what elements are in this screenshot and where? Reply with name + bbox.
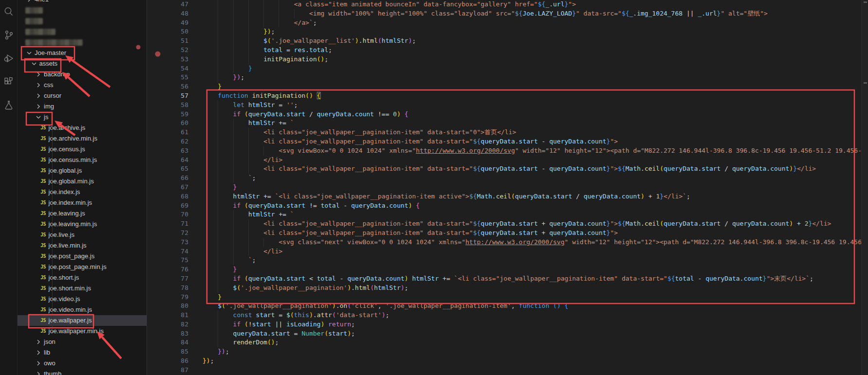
testing-icon[interactable] (0, 93, 18, 117)
code-line-52[interactable]: 52total = res.total; (147, 46, 868, 55)
line-number[interactable]: 70 (147, 210, 188, 219)
code-line-84[interactable]: 84renderDom(); (147, 338, 868, 347)
code-line-85[interactable]: 85}); (147, 347, 868, 357)
line-number[interactable]: 79 (147, 293, 188, 302)
line-number[interactable]: 65 (147, 164, 188, 174)
line-number[interactable]: 52 (147, 46, 188, 55)
tree-item-4ne1[interactable]: 4ne1 (18, 0, 147, 5)
tree-item-joe.index.min.js[interactable]: JSjoe.index.min.js (18, 197, 147, 208)
line-number[interactable]: 58 (147, 101, 188, 110)
code-line-74[interactable]: 74</li> (147, 247, 868, 256)
code-line-76[interactable]: 76} (147, 265, 868, 274)
tree-item-css[interactable]: css (18, 80, 147, 90)
tree-item-joe.short.js[interactable]: JSjoe.short.js (18, 272, 147, 283)
line-number[interactable]: 78 (147, 284, 188, 293)
code-line-68[interactable]: 68htmlStr += `<li class="joe_wallpaper__… (147, 192, 868, 201)
code-line-49[interactable]: 49</a>`; (147, 18, 868, 28)
code-line-56[interactable]: 56} (147, 82, 868, 91)
line-number[interactable]: 67 (147, 183, 188, 192)
line-number[interactable]: 51 (147, 36, 188, 46)
line-number[interactable]: 73 (147, 238, 188, 247)
code-line-50[interactable]: 50}); (147, 27, 868, 36)
tree-item-joe.leaving.min.js[interactable]: JSjoe.leaving.min.js (18, 219, 147, 230)
line-number[interactable]: 84 (147, 338, 188, 347)
line-number[interactable]: 63 (147, 146, 188, 156)
line-number[interactable]: 48 (147, 9, 188, 18)
code-line-73[interactable]: 73<svg class="next" viewBox="0 0 1024 10… (147, 238, 868, 247)
tree-item-joe.wallpaper.js[interactable]: JSjoe.wallpaper.js (18, 315, 147, 326)
run-debug-icon[interactable] (0, 47, 18, 70)
line-number[interactable]: 59 (147, 110, 188, 119)
tree-item-json[interactable]: json (18, 337, 147, 347)
code-line-64[interactable]: 64</li> (147, 156, 868, 165)
line-number[interactable]: 54 (147, 64, 188, 73)
tree-item-redacted[interactable] (18, 26, 147, 37)
tree-item-joe.post_page.min.js[interactable]: JSjoe.post_page.min.js (18, 262, 147, 272)
tree-item-joe.short.min.js[interactable]: JSjoe.short.min.js (18, 283, 147, 294)
line-number[interactable]: 50 (147, 27, 188, 36)
tree-item-joe.global.min.js[interactable]: JSjoe.global.min.js (18, 176, 147, 187)
line-number[interactable]: 64 (147, 156, 188, 165)
code-line-80[interactable]: 80$('.joe_wallpaper__pagination').on('cl… (147, 302, 868, 311)
line-number[interactable]: 87 (147, 366, 188, 375)
tree-item-assets[interactable]: assets (18, 58, 147, 69)
code-line-72[interactable]: 72<li class="joe_wallpaper__pagination-i… (147, 229, 868, 238)
code-line-75[interactable]: 75`; (147, 256, 868, 265)
code-line-65[interactable]: 65<li class="joe_wallpaper__pagination-i… (147, 164, 868, 174)
source-control-icon[interactable] (0, 23, 18, 47)
line-number[interactable]: 68 (147, 192, 188, 201)
tree-item-img[interactable]: img (18, 101, 147, 112)
line-number[interactable]: 82 (147, 320, 188, 329)
tree-item-js[interactable]: js (18, 112, 147, 123)
tree-item-cursor[interactable]: cursor (18, 90, 147, 101)
line-number[interactable]: 60 (147, 119, 188, 128)
code-line-48[interactable]: 48<img width="100%" height="100%" class=… (147, 9, 868, 18)
tree-item-redacted[interactable] (18, 16, 147, 26)
line-number[interactable]: 81 (147, 311, 188, 320)
tree-item-joe.census.min.js[interactable]: JSjoe.census.min.js (18, 155, 147, 165)
tree-item-thumb[interactable]: thumb (18, 369, 147, 375)
tree-item-joe.index.js[interactable]: JSjoe.index.js (18, 187, 147, 197)
tree-item-joe.wallpaper.min.js[interactable]: JSjoe.wallpaper.min.js (18, 326, 147, 337)
tree-item-joe.video.min.js[interactable]: JSjoe.video.min.js (18, 304, 147, 315)
code-line-54[interactable]: 54} (147, 64, 868, 73)
line-number[interactable]: 56 (147, 82, 188, 91)
code-line-79[interactable]: 79} (147, 293, 868, 302)
line-number[interactable]: 75 (147, 256, 188, 265)
code-line-86[interactable]: 86}); (147, 357, 868, 366)
tree-item-joe.video.js[interactable]: JSjoe.video.js (18, 294, 147, 304)
code-line-55[interactable]: 55}); (147, 73, 868, 82)
tree-item-joe.live.js[interactable]: JSjoe.live.js (18, 230, 147, 240)
code-line-59[interactable]: 59if (queryData.start / queryData.count … (147, 110, 868, 119)
tree-item-redacted[interactable] (18, 37, 147, 48)
line-number[interactable]: 49 (147, 18, 188, 28)
tree-item-Joe-master[interactable]: Joe-master (18, 48, 147, 58)
tree-item-owo[interactable]: owo (18, 358, 147, 369)
code-line-67[interactable]: 67} (147, 183, 868, 192)
code-line-87[interactable]: 87 (147, 366, 868, 375)
code-line-47[interactable]: 47<a class="item animated bounceIn" data… (147, 0, 868, 9)
line-number[interactable]: 86 (147, 357, 188, 366)
code-line-60[interactable]: 60htmlStr += ` (147, 119, 868, 128)
code-line-58[interactable]: 58let htmlStr = ''; (147, 101, 868, 110)
extensions-icon[interactable] (0, 70, 18, 93)
tree-item-joe.live.min.js[interactable]: JSjoe.live.min.js (18, 240, 147, 251)
line-number[interactable]: 61 (147, 128, 188, 137)
code-editor[interactable]: 47<a class="item animated bounceIn" data… (147, 0, 868, 375)
line-number[interactable]: 71 (147, 219, 188, 229)
code-line-78[interactable]: 78$('.joe_wallpaper__pagination').html(h… (147, 284, 868, 293)
line-number[interactable]: 83 (147, 329, 188, 339)
tree-item-joe.archive.js[interactable]: JSjoe.archive.js (18, 123, 147, 133)
tree-item-backdrop[interactable]: backdrop (18, 69, 147, 80)
code-line-66[interactable]: 66`; (147, 174, 868, 183)
line-number[interactable]: 80 (147, 302, 188, 311)
line-number[interactable]: 77 (147, 274, 188, 284)
line-number[interactable]: 85 (147, 347, 188, 357)
code-line-62[interactable]: 62<li class="joe_wallpaper__pagination-i… (147, 137, 868, 146)
line-number[interactable]: 47 (147, 0, 188, 9)
tree-item-joe.post_page.js[interactable]: JSjoe.post_page.js (18, 251, 147, 262)
code-line-77[interactable]: 77if (queryData.start < total - queryDat… (147, 274, 868, 284)
tree-item-joe.leaving.js[interactable]: JSjoe.leaving.js (18, 208, 147, 219)
code-line-70[interactable]: 70htmlStr += ` (147, 210, 868, 219)
code-line-53[interactable]: 53initPagination(); (147, 55, 868, 64)
